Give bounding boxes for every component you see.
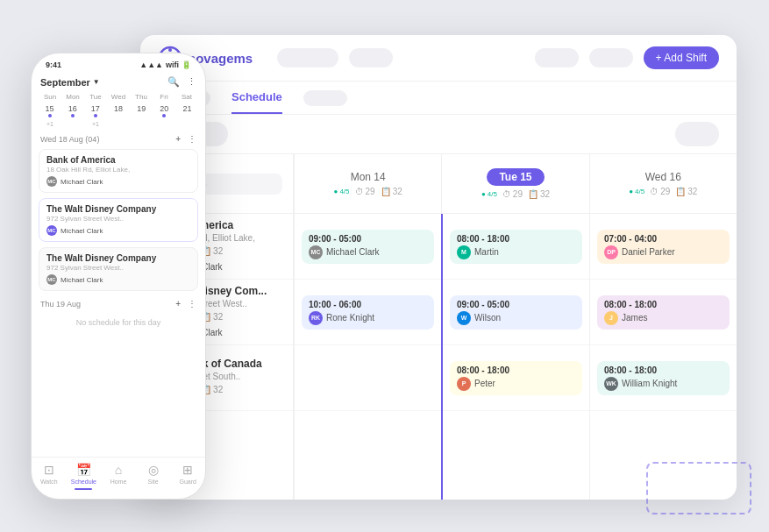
shift-card[interactable]: 09:00 - 05:00 MC Michael Clark bbox=[302, 230, 434, 264]
cal-date[interactable]: 16 bbox=[61, 103, 83, 119]
shift-person: DP Daniel Parker bbox=[604, 245, 723, 259]
shift-time: 10:00 - 06:00 bbox=[309, 300, 427, 309]
avatar: MC bbox=[309, 245, 323, 259]
shift-card[interactable]: 08:00 - 18:00 P Peter bbox=[450, 361, 582, 395]
shift-person: M Martin bbox=[457, 245, 575, 259]
day-col-mon: Mon 14 ● 4/5 ⏱ 29 📋 32 bbox=[294, 154, 441, 213]
list-item[interactable]: The Walt Disney Company 972 Sylvan Stree… bbox=[39, 198, 198, 242]
filter-pill-2[interactable] bbox=[675, 122, 719, 146]
avatar: J bbox=[604, 311, 618, 325]
shift-card[interactable]: 08:00 - 18:00 M Martin bbox=[450, 230, 582, 264]
no-schedule-message: No schedule for this day bbox=[32, 311, 205, 334]
shift-card[interactable]: 08:00 - 18:00 J James bbox=[597, 295, 730, 330]
add-icon[interactable]: + bbox=[175, 299, 181, 309]
day-col-wed: Wed 16 ● 4/5 ⏱ 29 📋 32 bbox=[589, 154, 737, 213]
nav-label-guard: Guard bbox=[179, 479, 196, 485]
add-shift-button[interactable]: + Add Shift bbox=[644, 46, 719, 69]
day-label-mon: Mon 14 bbox=[351, 171, 386, 183]
days-rows: 09:00 - 05:00 MC Michael Clark 10:00 - 0… bbox=[294, 214, 737, 500]
shift-card[interactable]: 07:00 - 04:00 DP Daniel Parker bbox=[597, 230, 730, 264]
shift-card[interactable]: 10:00 - 06:00 RK Rone Knight bbox=[302, 295, 434, 330]
day-stats-mon: ● 4/5 ⏱ 29 📋 32 bbox=[334, 187, 402, 196]
days-area: Mon 14 ● 4/5 ⏱ 29 📋 32 Tue 15 ● 4/5 ⏱ 29 bbox=[294, 154, 737, 500]
tab-schedule[interactable]: Schedule bbox=[231, 82, 282, 114]
more-icon[interactable]: ⋮ bbox=[188, 134, 196, 144]
shift-person: W Wilson bbox=[457, 311, 575, 325]
header-pill-4 bbox=[589, 48, 633, 67]
list-item[interactable]: Bank of America 18 Oak Hill Rd, Elliot L… bbox=[39, 149, 198, 193]
calendar-days-header: Sun Mon Tue Wed Thu Fri Sat bbox=[39, 93, 198, 101]
phone-navigation: ⊡ Watch 📅 Schedule ⌂ Home ◎ Site ⊞ Guard bbox=[32, 457, 205, 499]
nav-item-site[interactable]: ◎ Site bbox=[136, 463, 171, 490]
shift-person: RK Rone Knight bbox=[309, 311, 427, 325]
home-icon: ⌂ bbox=[115, 463, 122, 477]
days-header: Mon 14 ● 4/5 ⏱ 29 📋 32 Tue 15 ● 4/5 ⏱ 29 bbox=[294, 154, 737, 214]
menu-icon[interactable]: ⋮ bbox=[187, 76, 196, 88]
day-badge-tue[interactable]: Tue 15 bbox=[487, 168, 544, 186]
shift-person: J James bbox=[604, 311, 723, 325]
shift-cell: 07:00 - 04:00 DP Daniel Parker bbox=[590, 214, 737, 280]
card-title: Bank of America bbox=[46, 155, 190, 165]
avatar: RK bbox=[309, 311, 323, 325]
calendar-dates: 15 16 17 18 19 20 21 bbox=[39, 103, 198, 119]
cal-date[interactable]: 19 bbox=[131, 103, 153, 119]
month-title: September ▼ bbox=[40, 77, 100, 88]
signal-icon: ▲▲▲ bbox=[139, 60, 163, 69]
shift-cell: 08:00 - 18:00 M Martin bbox=[443, 214, 589, 280]
list-item[interactable]: The Walt Disney Company 972 Sylvan Stree… bbox=[39, 247, 198, 291]
shift-cell: 08:00 - 18:00 P Peter bbox=[443, 345, 589, 411]
nav-tabs: Schedule bbox=[140, 82, 737, 115]
shift-cell: 09:00 - 05:00 W Wilson bbox=[443, 280, 589, 345]
shift-cell: 08:00 - 18:00 WK William Knight bbox=[590, 345, 737, 411]
avatar: MC bbox=[46, 274, 57, 285]
nav-pill-2 bbox=[303, 90, 347, 106]
cal-date[interactable]: 15 bbox=[39, 103, 61, 119]
nav-item-home[interactable]: ⌂ Home bbox=[101, 463, 136, 490]
section-label-2: Thu 19 Aug bbox=[40, 300, 81, 309]
page-wrapper: novagems + Add Shift Schedule bbox=[0, 0, 769, 532]
cal-date-today[interactable]: 18 bbox=[107, 103, 129, 119]
avatar: MC bbox=[46, 176, 57, 187]
avatar: WK bbox=[604, 377, 618, 391]
guard-icon: ⊞ bbox=[182, 463, 193, 477]
nav-label-home: Home bbox=[110, 479, 127, 485]
shift-person: P Peter bbox=[457, 377, 575, 391]
cal-date[interactable]: 21 bbox=[176, 103, 198, 119]
shift-time: 09:00 - 05:00 bbox=[457, 300, 575, 309]
header-pill-2 bbox=[349, 48, 393, 67]
card-addr: 18 Oak Hill Rd, Elliot Lake, bbox=[46, 166, 190, 174]
card-addr: 972 Sylvan Street West.. bbox=[46, 215, 190, 223]
card-title: The Walt Disney Company bbox=[46, 253, 190, 263]
wifi-icon: wifi bbox=[166, 60, 179, 69]
search-icon[interactable]: 🔍 bbox=[167, 76, 180, 88]
phone-content: September ▼ 🔍 ⋮ Sun Mon Tue Wed Thu Fri … bbox=[32, 73, 205, 457]
nav-item-schedule[interactable]: 📅 Schedule bbox=[67, 463, 102, 490]
more-icon[interactable]: ⋮ bbox=[188, 299, 196, 309]
nav-item-watch[interactable]: ⊡ Watch bbox=[32, 463, 67, 490]
cal-date[interactable]: 17 bbox=[84, 103, 106, 119]
shift-card[interactable]: 09:00 - 05:00 W Wilson bbox=[450, 295, 582, 330]
shift-time: 07:00 - 04:00 bbox=[604, 234, 723, 244]
section-actions: + ⋮ bbox=[175, 134, 196, 144]
schedule-icon: 📅 bbox=[76, 463, 91, 477]
active-tab-indicator bbox=[75, 488, 92, 490]
shift-card[interactable]: 08:00 - 18:00 WK William Knight bbox=[597, 361, 730, 395]
shift-cell: 10:00 - 06:00 RK Rone Knight bbox=[295, 280, 441, 345]
avatar: W bbox=[457, 311, 471, 325]
cal-date[interactable]: 20 bbox=[153, 103, 175, 119]
nav-item-guard[interactable]: ⊞ Guard bbox=[170, 463, 205, 490]
status-icons: ▲▲▲ wifi 🔋 bbox=[139, 60, 191, 69]
calendar-extra: +1 +1 bbox=[39, 121, 198, 127]
section-header-2: Thu 19 Aug + ⋮ bbox=[32, 294, 205, 311]
status-bar: 9:41 ▲▲▲ wifi 🔋 bbox=[32, 53, 205, 73]
header-pill-1 bbox=[277, 48, 338, 67]
add-icon[interactable]: + bbox=[175, 134, 181, 144]
shift-person: MC Michael Clark bbox=[309, 245, 427, 259]
battery-icon: 🔋 bbox=[182, 60, 191, 69]
tue-shifts-col: 08:00 - 18:00 M Martin 09:00 - 05:00 bbox=[441, 214, 589, 500]
shift-cell: 09:00 - 05:00 MC Michael Clark bbox=[295, 214, 441, 280]
site-icon: ◎ bbox=[148, 463, 159, 477]
app-header: novagems + Add Shift bbox=[140, 35, 737, 82]
dashed-border-decoration bbox=[646, 462, 751, 514]
section-actions-2: + ⋮ bbox=[175, 299, 196, 309]
